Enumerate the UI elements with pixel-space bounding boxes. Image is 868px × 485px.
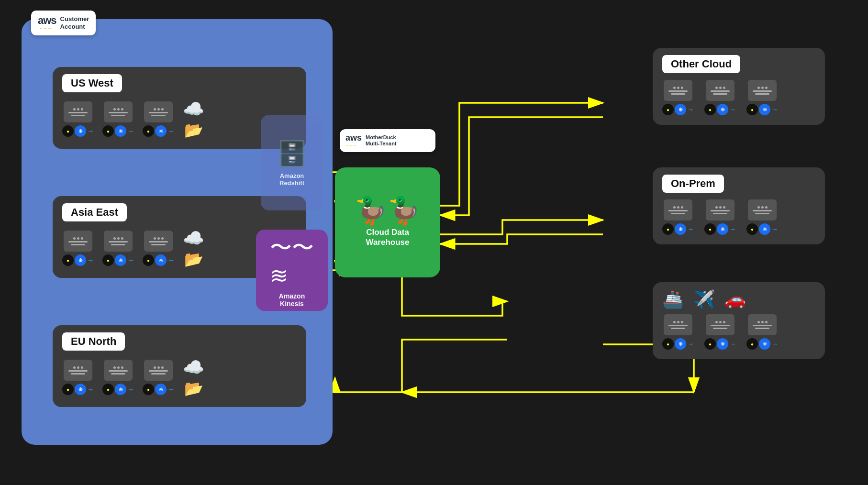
oc-server-2: ● ❋ → [704,80,736,115]
motherduck-badge: aws ～～～ MotherDuckMulti-Tenant [340,129,435,152]
iot-server-3: ● ❋ → [746,314,778,350]
eu-north-content: ● ❋ → ● ❋ → [62,357,297,397]
other-cloud-panel: Other Cloud ● ❋ → ● [653,48,825,125]
cloud-folder-ae: ☁️ 📂 [183,228,204,268]
md-aws-text: aws [345,133,362,143]
agent-arrow-2: → [127,127,134,135]
motherduck-label: MotherDuckMulti-Tenant [366,134,397,147]
eu-north-title: EU North [71,335,116,347]
arrow-iot-bottom [335,340,507,392]
us-west-title-badge: US West [62,74,122,92]
op-agent-2: ● ❋ → [704,223,736,235]
agent-icons-2: ● ❋ → [102,125,134,137]
op-agent-3: ● ❋ → [746,223,778,235]
oc-server-icon-2 [706,80,734,101]
server-icon-3 [144,101,173,122]
op-server-3: ● ❋ → [746,199,778,235]
server-icon-1 [64,101,92,122]
op-server-1: ● ❋ → [662,199,694,235]
redshift-box: 🗄️ AmazonRedshift [261,115,323,210]
oc-server-3: ● ❋ → [746,80,778,115]
ae-server-icon-1 [64,231,92,252]
iot-agent-1: ● ❋ → [662,338,694,350]
agent-icons-1: ● ❋ → [62,125,94,137]
en-server-1: ● ❋ → [62,360,94,395]
dw-label: Cloud DataWarehouse [366,228,409,247]
agent-arrow-1: → [87,127,94,135]
server-group-2: ● ❋ → [102,101,134,137]
ae-server-2: ● ❋ → [102,231,134,266]
aws-customer-label: CustomerAccount [60,15,89,30]
op-server-icon-3 [748,199,777,220]
oc-agent-3: ● ❋ → [746,104,778,115]
arrow-onprem-cdw [440,234,603,244]
ae-server-3: ● ❋ → [143,231,174,266]
ae-agent-2: ● ❋ → [102,254,134,266]
dw-duck-icon: 🦆🦆 [355,198,421,224]
cloud-folder-en: ☁️ 📂 [183,357,204,397]
eu-north-title-badge: EU North [62,332,125,351]
ae-agent-1: ● ❋ → [62,254,94,266]
ae-server-1: ● ❋ → [62,231,94,266]
arrow-cdw-onprem [440,220,603,234]
redshift-icon: 🗄️ [277,139,308,168]
iot-servers: ● ❋ → ● ❋ → [662,314,815,350]
en-agent-1: ● ❋ → [62,384,94,395]
agent-blue-1: ❋ [75,125,86,137]
iot-server-1: ● ❋ → [662,314,694,350]
md-aws-logo: aws ～～～ [345,133,362,148]
iot-server-icon-3 [748,314,777,335]
on-prem-panel: On-Prem ● ❋ → ● [653,167,825,244]
other-cloud-title-badge: Other Cloud [662,55,740,73]
oc-agent-2: ● ❋ → [704,104,736,115]
other-cloud-title: Other Cloud [671,58,732,70]
arrow-iot-to-kinesis [402,277,507,316]
kinesis-box: 〜〜≋ AmazonKinesis [256,230,328,311]
ae-server-icon-2 [104,231,133,252]
diagram-container: aws ～～～ CustomerAccount US West ● [0,0,868,485]
us-west-title: US West [71,77,113,89]
oc-server-icon-1 [664,80,692,101]
asia-east-title: Asia East [71,206,118,218]
iot-agent-2: ● ❋ → [704,338,736,350]
redshift-label: AmazonRedshift [279,172,304,187]
arrow-cdw-othercloud [440,103,603,206]
agent-icons-3: ● ❋ → [143,125,174,137]
cloud-folder-uswest: ☁️ 📂 [183,99,204,139]
server-group-3: ● ❋ → [143,101,174,137]
plane-icon: ✈️ [693,289,715,309]
en-server-3: ● ❋ → [143,360,174,395]
op-agent-1: ● ❋ → [662,223,694,235]
other-cloud-servers: ● ❋ → ● ❋ → [662,80,815,115]
kinesis-label: AmazonKinesis [279,292,305,308]
oc-server-icon-3 [748,80,777,101]
md-aws-smile: ～～～ [345,143,362,148]
agent-black-1: ● [62,125,74,137]
en-agent-3: ● ❋ → [143,384,174,395]
ship-icon: 🚢 [662,289,684,309]
agent-blue-3: ❋ [155,125,167,137]
iot-server-icon-2 [706,314,734,335]
op-server-icon-1 [664,199,692,220]
asia-east-title-badge: Asia East [62,203,127,221]
en-agent-2: ● ❋ → [102,384,134,395]
aws-logo: aws ～～～ [38,14,56,32]
arrow-othercloud-cdw [440,117,603,215]
server-icon-2 [104,101,133,122]
on-prem-title: On-Prem [671,177,715,189]
ae-agent-3: ● ❋ → [143,254,174,266]
oc-server-1: ● ❋ → [662,80,694,115]
server-group-1: ● ❋ → [62,101,94,137]
car-icon: 🚗 [724,289,746,309]
agent-black-3: ● [143,125,154,137]
en-server-icon-1 [64,360,92,381]
en-server-icon-3 [144,360,173,381]
agent-blue-2: ❋ [115,125,126,137]
ae-server-icon-3 [144,231,173,252]
aws-logo-badge: aws ～～～ CustomerAccount [31,11,96,35]
op-server-2: ● ❋ → [704,199,736,235]
op-server-icon-2 [706,199,734,220]
on-prem-servers: ● ❋ → ● ❋ → [662,199,815,235]
kinesis-icon: 〜〜≋ [270,233,314,288]
iot-agent-3: ● ❋ → [746,338,778,350]
